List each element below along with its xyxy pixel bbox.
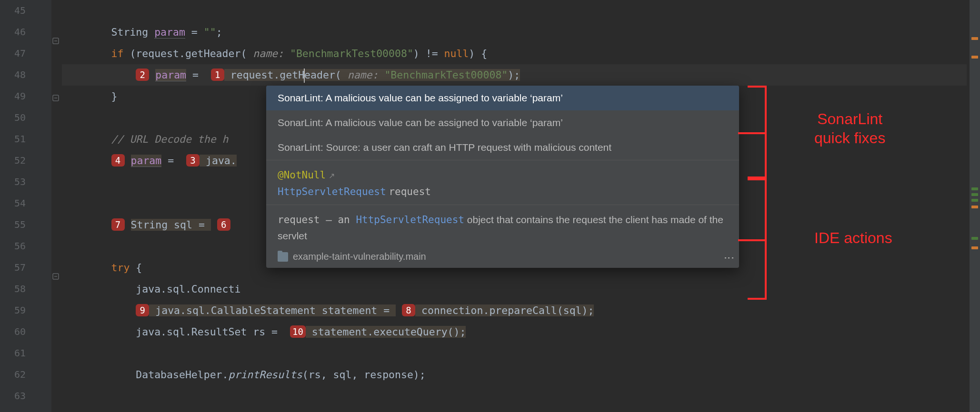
line-number: 61 [0, 343, 26, 364]
callout-bracket [748, 178, 767, 300]
module-indicator: example-taint-vulnerability.main [266, 248, 739, 268]
code-line-current[interactable]: 2 param = 1 request.getHeader( name: "Be… [62, 64, 967, 86]
line-number: 51 [0, 128, 26, 150]
line-number: 56 [0, 235, 26, 257]
quick-doc: @NotNull ↗ HttpServletRequest request [266, 160, 739, 205]
line-number: 59 [0, 300, 26, 321]
error-stripe-mark[interactable] [971, 199, 978, 202]
quickfix-item[interactable]: SonarLint: A malicious value can be assi… [266, 110, 739, 135]
external-link-icon: ↗ [329, 172, 335, 180]
error-stripe-mark[interactable] [971, 246, 978, 249]
fold-marker[interactable] [51, 37, 60, 45]
callout-label: SonarLintquick fixes [814, 109, 885, 147]
line-number: 55 [0, 214, 26, 235]
error-stripe-mark[interactable] [971, 37, 978, 40]
callout-label: IDE actions [814, 228, 892, 247]
line-number: 50 [0, 107, 26, 128]
error-stripe-mark[interactable] [971, 187, 978, 190]
taint-step-badge[interactable]: 10 [290, 325, 306, 338]
taint-step-badge[interactable]: 3 [186, 154, 200, 167]
line-number: 57 [0, 257, 26, 278]
line-number: 49 [0, 86, 26, 107]
quickfix-item[interactable]: SonarLint: A malicious value can be assi… [266, 86, 739, 110]
line-number: 52 [0, 150, 26, 171]
line-number: 63 [0, 385, 26, 407]
line-number: 60 [0, 321, 26, 343]
error-stripe-mark[interactable] [971, 193, 978, 196]
code-line[interactable]: 9 java.sql.CallableStatement statement =… [62, 300, 967, 321]
code-line[interactable]: java.sql.ResultSet rs = 10 statement.exe… [62, 321, 967, 343]
quickfix-item[interactable]: SonarLint: Source: a user can craft an H… [266, 135, 739, 160]
taint-step-badge[interactable]: 4 [111, 154, 125, 167]
fold-marker[interactable] [51, 272, 60, 281]
code-editor[interactable]: 45464748495051525354555657585960616263 S… [0, 0, 980, 412]
error-stripe-mark[interactable] [971, 56, 978, 59]
line-number: 54 [0, 193, 26, 214]
line-number: 45 [0, 0, 26, 21]
code-line[interactable]: DatabaseHelper.printResults(rs, sql, res… [62, 364, 967, 385]
error-stripe-mark[interactable] [971, 237, 978, 240]
line-number: 47 [0, 43, 26, 64]
taint-step-badge[interactable]: 2 [136, 69, 149, 81]
line-number: 58 [0, 278, 26, 300]
popup-more-icon[interactable]: ⋮ [727, 253, 731, 262]
taint-step-badge[interactable]: 7 [111, 218, 125, 231]
quick-doc-desc: request – an HttpServletRequest object t… [266, 205, 739, 248]
taint-step-badge[interactable]: 8 [402, 304, 415, 316]
line-number: 62 [0, 364, 26, 385]
fold-marker[interactable] [51, 94, 60, 102]
error-stripe-mark[interactable] [971, 206, 978, 208]
intention-popup[interactable]: SonarLint: A malicious value can be assi… [266, 86, 739, 268]
line-number: 46 [0, 21, 26, 43]
taint-step-badge[interactable]: 6 [217, 218, 230, 231]
code-line[interactable]: java.sql.Connecti [62, 278, 967, 300]
module-icon [278, 252, 288, 262]
line-number: 53 [0, 171, 26, 193]
line-number: 48 [0, 64, 26, 86]
taint-step-badge[interactable]: 9 [136, 304, 149, 316]
code-line[interactable]: if (request.getHeader( name: "BenchmarkT… [62, 43, 967, 64]
taint-step-badge[interactable]: 1 [211, 69, 224, 81]
callout-bracket [748, 86, 767, 178]
editor-scrollbar[interactable] [970, 0, 980, 412]
code-line[interactable]: String param = ""; [62, 21, 967, 43]
